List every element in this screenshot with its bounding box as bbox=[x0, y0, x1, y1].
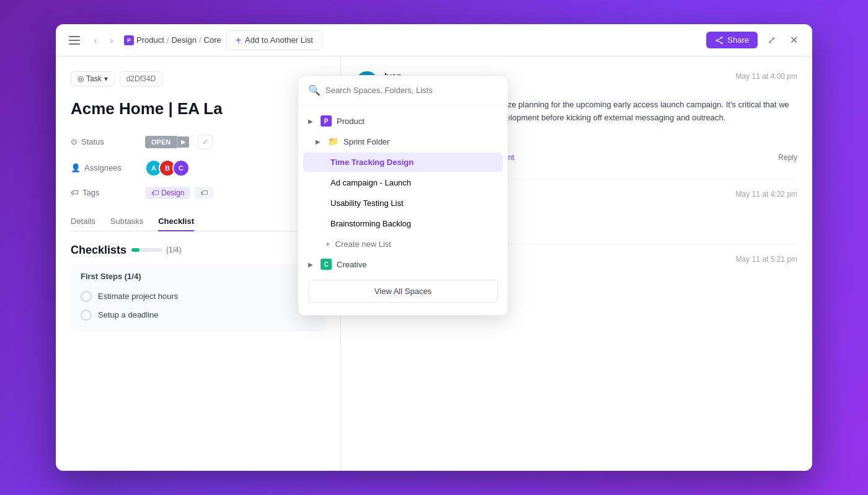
status-value: OPEN ▶ ✓ bbox=[145, 135, 213, 149]
assignees-label: 👤 Assignees bbox=[71, 163, 145, 172]
marta-time: May 11 at 5:21 pm bbox=[736, 255, 797, 264]
status-badge[interactable]: OPEN ▶ bbox=[145, 136, 189, 148]
checklist-item-1: Estimate project hours bbox=[81, 287, 316, 306]
task-id: d2Df34D bbox=[120, 71, 162, 86]
creative-space-label: Creative bbox=[337, 260, 366, 269]
sidebar-toggle-button[interactable] bbox=[66, 32, 83, 49]
folder-item-sprint[interactable]: ▶ 📁 Sprint Folder bbox=[298, 132, 508, 151]
svg-rect-1 bbox=[69, 40, 80, 41]
task-title: Acme Home | EA La bbox=[71, 99, 326, 120]
tag-icon-small: 🏷 bbox=[151, 189, 159, 197]
list-item-usability[interactable]: Usability Testing List bbox=[303, 194, 503, 213]
share-button[interactable]: Share bbox=[706, 32, 758, 48]
folder-icon: 📁 bbox=[328, 136, 339, 146]
target-icon: ◎ bbox=[78, 74, 84, 83]
progress-bar bbox=[131, 248, 162, 252]
share-icon bbox=[715, 36, 724, 45]
svg-rect-0 bbox=[69, 36, 80, 37]
expand-button[interactable]: ⤢ bbox=[763, 32, 780, 49]
status-field: ⊙ Status OPEN ▶ ✓ bbox=[71, 135, 326, 149]
status-check-button[interactable]: ✓ bbox=[198, 135, 213, 149]
view-all-spaces-button[interactable]: View All Spaces bbox=[308, 280, 498, 303]
close-button[interactable]: ✕ bbox=[785, 32, 802, 49]
svg-point-4 bbox=[716, 39, 718, 41]
svg-line-7 bbox=[718, 40, 721, 42]
progress-fill bbox=[131, 248, 140, 252]
main-content: ◎ Task ▾ d2Df34D Acme Home | EA La ⊙ Sta… bbox=[56, 56, 812, 471]
checklist-header: Checklists (1/4) bbox=[71, 244, 326, 257]
header-right: Share ⤢ ✕ bbox=[706, 32, 802, 49]
tab-details[interactable]: Details bbox=[71, 212, 95, 231]
list-item-brainstorming[interactable]: Brainstorming Backlog bbox=[303, 214, 503, 233]
product-icon: P bbox=[124, 35, 134, 45]
nav-back-button[interactable]: ‹ bbox=[88, 33, 103, 48]
space-toggle-product: ▶ bbox=[308, 118, 316, 125]
share-label: Share bbox=[727, 35, 749, 45]
breadcrumb-core[interactable]: Core bbox=[204, 35, 221, 45]
breadcrumb-sep-1: / bbox=[167, 35, 169, 45]
space-item-creative[interactable]: ▶ C Creative bbox=[298, 254, 508, 275]
checklist-item-1-text: Estimate project hours bbox=[98, 292, 178, 301]
folder-toggle-sprint: ▶ bbox=[316, 138, 323, 145]
ivan-time: May 11 at 4:00 pm bbox=[736, 72, 797, 81]
person-icon: 👤 bbox=[71, 163, 81, 172]
tags-field: 🏷 Tags 🏷 Design 🏷 bbox=[71, 187, 326, 199]
svg-line-6 bbox=[718, 38, 721, 40]
assignee-avatars[interactable]: A B C bbox=[145, 159, 190, 177]
breadcrumb-design[interactable]: Design bbox=[171, 35, 196, 45]
dropdown-search-bar: 🔍 bbox=[298, 76, 508, 105]
app-window: ‹ › P Product / Design / Core + Add to A… bbox=[56, 24, 812, 471]
status-label: ⊙ Status bbox=[71, 137, 145, 146]
list-item-ad-campaign[interactable]: Ad campaign - Launch bbox=[303, 173, 503, 192]
brenda-time: May 11 at 4:22 pm bbox=[736, 190, 797, 198]
tags-value: 🏷 Design 🏷 bbox=[145, 187, 214, 199]
list-item-time-tracking[interactable]: Time Tracking Design bbox=[303, 153, 503, 172]
breadcrumb: P Product / Design / Core bbox=[124, 35, 221, 45]
folder-label-sprint: Sprint Folder bbox=[343, 137, 389, 146]
check-circle-2[interactable] bbox=[81, 310, 92, 321]
task-type-selector[interactable]: ◎ Task ▾ bbox=[71, 71, 115, 86]
checklist-group: First Steps (1/4) Estimate project hours… bbox=[71, 264, 326, 332]
nav-forward-button[interactable]: › bbox=[104, 33, 119, 48]
plus-icon: + bbox=[236, 35, 241, 46]
tags-label: 🏷 Tags bbox=[71, 188, 145, 197]
tab-checklist[interactable]: Checklist bbox=[158, 212, 194, 231]
search-input[interactable] bbox=[326, 86, 498, 95]
task-tabs: Details Subtasks Checklist bbox=[71, 212, 326, 231]
add-to-list-button[interactable]: + Add to Another List bbox=[226, 30, 322, 50]
add-list-label: Add to Another List bbox=[245, 35, 313, 45]
search-icon: 🔍 bbox=[308, 84, 321, 96]
progress-text: (1/4) bbox=[166, 246, 182, 254]
progress-indicator: (1/4) bbox=[131, 246, 182, 254]
status-icon: ⊙ bbox=[71, 137, 78, 146]
nav-arrows: ‹ › bbox=[88, 33, 119, 48]
creative-space-icon: C bbox=[321, 259, 332, 270]
reply-button[interactable]: Reply bbox=[778, 153, 797, 162]
plus-icon-create: + bbox=[326, 239, 330, 249]
tag-icon: 🏷 bbox=[71, 188, 79, 197]
assignees-value: A B C bbox=[145, 159, 190, 177]
header: ‹ › P Product / Design / Core + Add to A… bbox=[56, 24, 812, 56]
create-new-list-button[interactable]: + Create new List bbox=[298, 234, 508, 254]
checklists-title: Checklists bbox=[71, 244, 126, 257]
assignee-avatar-3: C bbox=[172, 159, 190, 177]
breadcrumb-product[interactable]: Product bbox=[136, 35, 164, 45]
status-text: OPEN bbox=[145, 136, 177, 148]
svg-point-5 bbox=[721, 42, 723, 44]
breadcrumb-sep-2: / bbox=[199, 35, 202, 45]
tab-subtasks[interactable]: Subtasks bbox=[110, 212, 143, 231]
product-space-icon: P bbox=[321, 115, 332, 127]
assignees-field: 👤 Assignees A B C bbox=[71, 159, 326, 177]
checklist-item-2: Setup a deadline bbox=[81, 306, 316, 324]
space-item-product[interactable]: ▶ P Product bbox=[298, 110, 508, 132]
checklist-item-2-text: Setup a deadline bbox=[98, 310, 159, 319]
dropdown-list: ▶ P Product ▶ 📁 Sprint Folder Time Track… bbox=[298, 105, 508, 315]
design-tag[interactable]: 🏷 Design bbox=[145, 187, 190, 199]
add-to-list-dropdown: 🔍 ▶ P Product ▶ 📁 Sprint Folder T bbox=[298, 75, 508, 316]
add-tag-button[interactable]: 🏷 bbox=[194, 187, 214, 199]
task-type-label: Task bbox=[86, 74, 102, 83]
status-arrow-icon: ▶ bbox=[177, 136, 189, 148]
task-meta: ◎ Task ▾ d2Df34D bbox=[71, 71, 326, 86]
svg-point-3 bbox=[721, 37, 723, 38]
check-circle-1[interactable] bbox=[81, 291, 92, 302]
